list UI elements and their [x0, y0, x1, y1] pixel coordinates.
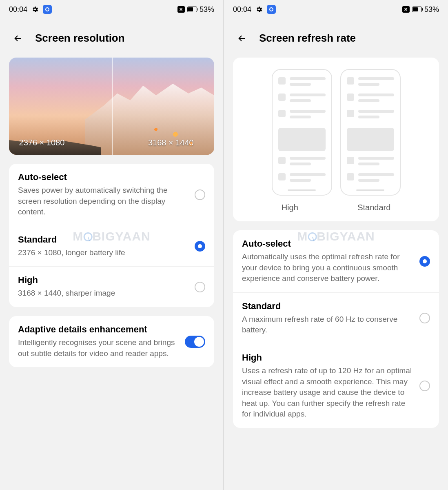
- option-title: Adaptive details enhancement: [18, 324, 180, 335]
- radio-unselected-icon[interactable]: [419, 381, 430, 391]
- battery-icon: [412, 7, 422, 12]
- preview-res-right: 3168 × 1440: [148, 138, 194, 147]
- vibrate-icon: ✕: [177, 6, 185, 13]
- preview-label-standard: Standard: [357, 203, 390, 212]
- page-title: Screen refresh rate: [259, 32, 356, 45]
- camera-app-icon: [43, 5, 52, 14]
- option-title: Auto-select: [18, 172, 190, 183]
- option-desc: Saves power by automatically switching t…: [18, 185, 190, 218]
- page-header: Screen refresh rate: [224, 17, 448, 58]
- option-desc: Intelligently recognises your scene and …: [18, 337, 180, 359]
- clock-text: 00:04: [233, 5, 251, 14]
- option-high[interactable]: High 3168 × 1440, sharper image: [9, 267, 214, 307]
- option-desc: A maximum refresh rate of 60 Hz to conse…: [242, 314, 415, 336]
- gear-icon: [255, 6, 263, 13]
- camera-app-icon: [267, 5, 276, 14]
- option-auto-select[interactable]: Auto-select Automatically uses the optim…: [233, 230, 439, 293]
- refresh-preview: High Standard: [233, 58, 439, 221]
- option-desc: Automatically uses the optimal refresh r…: [242, 252, 415, 284]
- option-title: Auto-select: [242, 238, 415, 249]
- vibrate-icon: ✕: [402, 6, 410, 13]
- radio-unselected-icon[interactable]: [195, 189, 205, 200]
- battery-text: 53%: [424, 5, 439, 14]
- gear-icon: [31, 6, 39, 13]
- radio-selected-icon[interactable]: [419, 256, 430, 267]
- preview-res-left: 2376 × 1080: [19, 138, 65, 147]
- back-arrow-icon[interactable]: [236, 34, 248, 43]
- radio-selected-icon[interactable]: [195, 241, 205, 252]
- page-title: Screen resolution: [35, 32, 125, 45]
- option-title: High: [242, 352, 415, 363]
- option-desc: 3168 × 1440, sharper image: [18, 288, 190, 299]
- status-bar: 00:04 ✕ 53%: [0, 0, 223, 17]
- preview-label-high: High: [282, 203, 298, 212]
- back-arrow-icon[interactable]: [12, 34, 24, 43]
- radio-unselected-icon[interactable]: [419, 313, 430, 323]
- page-header: Screen resolution: [0, 17, 223, 58]
- battery-text: 53%: [200, 5, 214, 14]
- option-desc: Uses a refresh rate of up to 120 Hz for …: [242, 365, 415, 420]
- option-adaptive-details[interactable]: Adaptive details enhancement Intelligent…: [9, 316, 214, 367]
- option-title: Standard: [18, 234, 190, 245]
- option-standard[interactable]: Standard A maximum refresh rate of 60 Hz…: [233, 293, 439, 344]
- clock-text: 00:04: [9, 5, 27, 14]
- resolution-preview-image: 2376 × 1080 3168 × 1440: [9, 58, 214, 155]
- phone-illustration-high: [272, 69, 332, 196]
- toggle-on-icon[interactable]: [185, 336, 205, 348]
- phone-illustration-standard: [340, 69, 401, 196]
- status-bar: 00:04 ✕ 53%: [224, 0, 448, 17]
- battery-icon: [187, 7, 197, 12]
- option-standard[interactable]: Standard 2376 × 1080, longer battery lif…: [9, 226, 214, 267]
- option-title: High: [18, 275, 190, 285]
- option-title: Standard: [242, 301, 415, 312]
- option-high[interactable]: High Uses a refresh rate of up to 120 Hz…: [233, 344, 439, 428]
- option-auto-select[interactable]: Auto-select Saves power by automatically…: [9, 164, 214, 226]
- radio-unselected-icon[interactable]: [195, 282, 205, 292]
- option-desc: 2376 × 1080, longer battery life: [18, 247, 190, 258]
